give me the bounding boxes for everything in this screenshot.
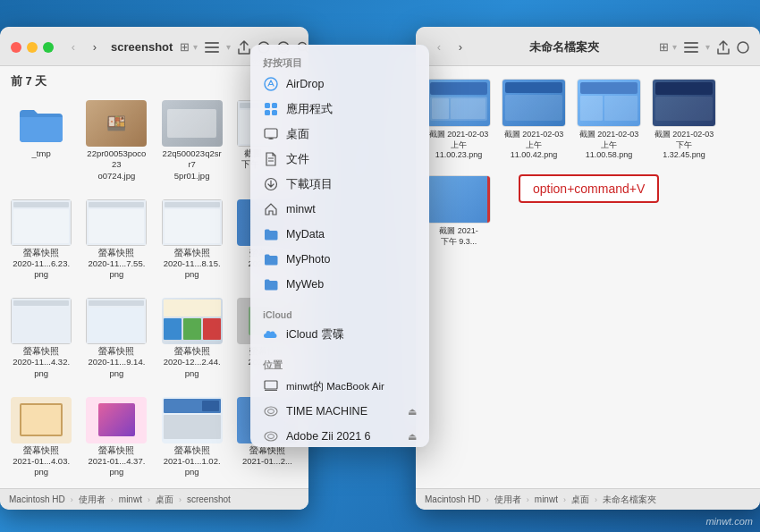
sidebar-item-home[interactable]: minwt xyxy=(250,197,429,222)
right-label-3: 截圖 2021-02-03上午 11.00.58.png xyxy=(578,130,639,161)
list-view-icon-r[interactable] xyxy=(684,41,698,54)
thumb-food: 🍱 xyxy=(86,100,147,147)
file-item-scr8[interactable]: 螢幕快照2020-12...2.44.png xyxy=(158,294,226,386)
nav-buttons-right: ‹ › xyxy=(430,39,469,55)
window-title-left: screenshot xyxy=(111,40,173,54)
disk-icon-tm xyxy=(263,403,279,419)
share-icon[interactable] xyxy=(238,40,250,55)
svg-rect-0 xyxy=(205,42,219,44)
grid-view-icon-r[interactable]: ⊞ xyxy=(659,40,669,54)
eject-icon-tm[interactable]: ⏏ xyxy=(408,406,417,418)
myphoto-folder-icon xyxy=(263,251,279,267)
right-file-3[interactable]: 截圖 2021-02-03上午 11.00.58.png xyxy=(575,75,643,165)
toolbar-right-icons-r: ⊞ ▾ ▾ xyxy=(659,40,749,55)
sep2: › xyxy=(111,495,114,504)
right-thumb-3 xyxy=(577,79,641,127)
airdrop-icon xyxy=(263,76,279,92)
share-icon-r[interactable] xyxy=(717,40,730,55)
back-button[interactable]: ‹ xyxy=(64,39,82,55)
sep3: › xyxy=(148,495,150,504)
breadcrumb-users[interactable]: 使用者 xyxy=(79,494,106,506)
forward-button[interactable]: › xyxy=(86,39,104,55)
right-file-1[interactable]: 截圖 2021-02-03上午 11.00.23.png xyxy=(425,75,493,165)
sep-r1: › xyxy=(486,495,489,504)
right-file-5[interactable]: 截圖 2021-下午 9.3... xyxy=(425,172,493,250)
file-label-scr12: 螢幕快照2021-01...1.02.png xyxy=(162,445,223,478)
forward-button-right[interactable]: › xyxy=(452,39,469,55)
thumb-scr6 xyxy=(11,298,72,344)
icloud-label: iCloud xyxy=(250,304,429,322)
sidebar-label-docs: 文件 xyxy=(286,152,309,167)
file-item-scr4[interactable]: 螢幕快照2020-11...8.15.png xyxy=(158,196,226,288)
right-label-4: 截圖 2021-02-03下午 1.32.45.png xyxy=(654,130,714,161)
sidebar-label-desktop: 桌面 xyxy=(286,127,309,142)
breadcrumb-desktop[interactable]: 桌面 xyxy=(156,494,173,506)
right-file-4[interactable]: 截圖 2021-02-03下午 1.32.45.png xyxy=(650,75,718,165)
right-file-2[interactable]: 截圖 2021-02-03上午 11.00.42.png xyxy=(500,75,568,165)
svg-rect-29 xyxy=(684,51,698,53)
file-item-scr3[interactable]: 螢幕快照2020-11...7.55.png xyxy=(82,196,150,288)
file-item-scr2[interactable]: 螢幕快照2020-11...6.23.png xyxy=(7,196,75,288)
file-item-scr10[interactable]: 螢幕快照2021-01...4.03.png xyxy=(7,393,75,486)
close-button[interactable] xyxy=(11,42,21,53)
breadcrumb-r-minwt[interactable]: minwt xyxy=(535,494,558,504)
locations-label: 位置 xyxy=(250,354,429,374)
right-label-2: 截圖 2021-02-03上午 11.00.42.png xyxy=(503,130,564,161)
view-dropdown-icon: ▾ xyxy=(193,42,198,52)
icloud-icon xyxy=(263,326,279,342)
sidebar-item-myphoto[interactable]: MyPhoto xyxy=(250,247,429,272)
file-item-scr12[interactable]: 螢幕快照2021-01...1.02.png xyxy=(158,393,226,486)
sidebar-label-adobe: Adobe Zii 2021 6 xyxy=(286,430,371,443)
sidebar-item-macbook[interactable]: minwt的 MacBook Air xyxy=(250,374,429,399)
file-item-scr11[interactable]: 螢幕快照2021-01...4.37.png xyxy=(82,393,150,486)
sidebar-item-icloud[interactable]: iCloud 雲碟 xyxy=(250,322,429,347)
sidebar-item-docs[interactable]: 文件 xyxy=(250,147,429,172)
list-view-icon[interactable] xyxy=(205,41,219,54)
file-item-food[interactable]: 🍱 22pr00053poco23o0724.jpg xyxy=(82,97,150,189)
file-item-scr7[interactable]: 螢幕快照2020-11...9.14.png xyxy=(82,294,150,386)
back-button-right[interactable]: ‹ xyxy=(430,39,448,55)
file-item-table[interactable]: 22q500023q2srr75pr01.jpg xyxy=(158,97,226,189)
dropdown-r: ▾ xyxy=(672,42,677,52)
breadcrumb-minwt[interactable]: minwt xyxy=(119,494,142,504)
breadcrumb-r-hd[interactable]: Macintosh HD xyxy=(425,494,481,504)
svg-point-22 xyxy=(265,407,277,416)
breadcrumb-r-users[interactable]: 使用者 xyxy=(494,494,521,506)
view-controls: ⊞ ▾ xyxy=(180,40,198,54)
downloads-icon xyxy=(263,176,279,192)
svg-rect-12 xyxy=(265,110,270,115)
breadcrumb-screenshot[interactable]: screenshot xyxy=(187,494,231,504)
breadcrumb-r-desktop[interactable]: 桌面 xyxy=(571,494,589,506)
right-label-5: 截圖 2021-下午 9.3... xyxy=(439,226,478,247)
maximize-button[interactable] xyxy=(43,42,54,53)
sidebar-item-downloads[interactable]: 下載項目 xyxy=(250,172,429,197)
breadcrumb-hd[interactable]: Macintosh HD xyxy=(9,494,65,504)
sidebar-item-apps[interactable]: 應用程式 xyxy=(250,97,429,122)
eject-icon-adobe[interactable]: ⏏ xyxy=(408,431,417,443)
view-list-dropdown: ▾ xyxy=(226,42,231,52)
file-label-tmp: _tmp xyxy=(32,148,51,159)
sidebar-item-mydata[interactable]: MyData xyxy=(250,222,429,247)
sidebar-item-timemachine[interactable]: TIME MACHINE ⏏ xyxy=(250,399,429,424)
right-thumb-1 xyxy=(426,79,491,127)
sidebar-item-airdrop[interactable]: AirDrop xyxy=(250,72,429,97)
minimize-button[interactable] xyxy=(27,42,38,53)
sidebar-item-myweb[interactable]: MyWeb xyxy=(250,272,429,297)
thumb-scr7 xyxy=(86,298,147,344)
file-item-scr6[interactable]: 螢幕快照2020-11...4.32.png xyxy=(7,294,75,386)
thumb-scr4 xyxy=(162,199,223,246)
breadcrumb-r-folder[interactable]: 未命名檔案夾 xyxy=(603,494,656,506)
svg-rect-10 xyxy=(265,103,270,108)
sidebar-item-adobe[interactable]: Adobe Zii 2021 6 ⏏ xyxy=(250,424,429,447)
toolbar-right: ‹ › 未命名檔案夾 ⊞ ▾ ▾ xyxy=(416,27,760,66)
thumb-scr2 xyxy=(11,199,72,246)
sidebar-item-desktop[interactable]: 桌面 xyxy=(250,122,429,147)
grid-view-icon[interactable]: ⊞ xyxy=(180,40,190,54)
sidebar-popup: 好按項目 AirDrop 應用程式 桌面 文件 下載項目 minwt xyxy=(250,45,429,447)
file-label-scr3: 螢幕快照2020-11...7.55.png xyxy=(86,248,147,281)
file-label-scr2: 螢幕快照2020-11...6.23.png xyxy=(11,248,72,281)
sidebar-label-myweb: MyWeb xyxy=(286,278,324,291)
file-item-tmp[interactable]: _tmp xyxy=(7,97,75,189)
sep1: › xyxy=(71,495,73,504)
tag-icon-r[interactable] xyxy=(737,41,749,54)
